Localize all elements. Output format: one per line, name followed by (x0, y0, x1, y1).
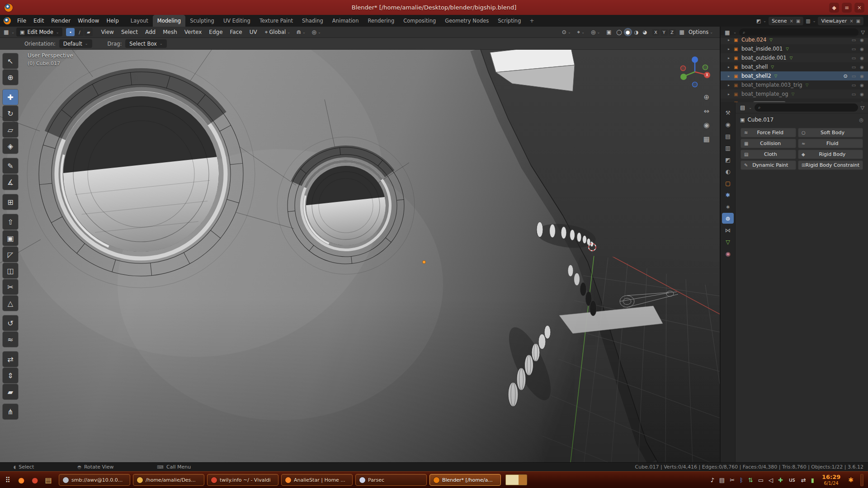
workspace-tab[interactable]: UV Editing (219, 15, 255, 27)
pin-icon[interactable]: ◎ (859, 117, 863, 123)
expand-icon[interactable]: ▸ (728, 47, 734, 51)
physics-button[interactable]: ○ Soft Body (798, 128, 863, 137)
filter-icon[interactable]: ▽ (861, 105, 864, 111)
scene-unlink-icon[interactable]: × (789, 19, 793, 23)
viewport-menu-item[interactable]: View (97, 27, 117, 38)
zoom-icon[interactable]: ⊕ (704, 93, 710, 101)
select-mode-edge[interactable]: ∕ (75, 28, 84, 36)
props-tab-world[interactable]: ◐ (722, 166, 734, 177)
tray-volume[interactable]: ◁ (769, 477, 773, 483)
taskbar-window-button[interactable]: /home/amalie/Des... (133, 474, 204, 486)
tool-spin[interactable]: ↺ (3, 315, 18, 331)
axis-y-neg-handle[interactable] (703, 65, 708, 70)
menu-item[interactable]: File (14, 15, 30, 27)
properties-editor-icon[interactable]: ▤ (739, 104, 746, 111)
props-tab-view-layer[interactable]: ▥ (722, 142, 734, 153)
disable-viewport-icon[interactable]: ▭ (852, 74, 856, 79)
physics-button[interactable]: ≈ Fluid (798, 139, 863, 148)
workspace-tab[interactable]: Texture Paint (255, 15, 297, 27)
launcher-firefox[interactable]: ● (16, 476, 26, 484)
tool-measure[interactable]: ∡ (3, 174, 18, 190)
taskbar-window-button[interactable]: Blender* [/home/a... (429, 474, 501, 486)
workspace-tab[interactable]: Sculpting (185, 15, 219, 27)
tool-loop-cut[interactable]: ◫ (3, 263, 18, 278)
disable-viewport-icon[interactable]: ▭ (852, 83, 856, 88)
outliner-editor-icon[interactable]: ▦ (724, 29, 731, 36)
mode-selector[interactable]: ▣ Edit Mode ⌄ (16, 28, 62, 37)
workspace-tab[interactable]: Layout (126, 15, 153, 27)
paw-app-icon[interactable]: ✱ (848, 476, 854, 483)
viewport-menu-item[interactable]: Select (118, 27, 142, 38)
props-tab-tool[interactable]: ⚒ (722, 107, 734, 118)
disable-render-icon[interactable]: ◉ (860, 38, 864, 42)
gizmo-dropdown[interactable]: ⌖ ⌄ (575, 29, 587, 35)
tool-rotate[interactable]: ↻ (3, 106, 18, 121)
menu-item[interactable]: Help (103, 15, 122, 27)
expand-icon[interactable]: ▸ (728, 74, 734, 78)
viewlayer-browse-icon[interactable]: ▥ (806, 18, 810, 24)
camera-view-icon[interactable]: ◉ (703, 121, 709, 129)
outliner-row[interactable]: ▸ ▣ boat_shell2 ▽ ⊙ ▭ ◉ (721, 71, 868, 80)
launcher-files[interactable]: ▤ (43, 476, 53, 484)
orientation-select[interactable]: Default ⌄ (59, 39, 92, 48)
tray-sync[interactable]: ⇅ (748, 477, 753, 483)
workspace-tab[interactable]: Shading (297, 15, 328, 27)
scene-browse-icon[interactable]: ◩ (756, 18, 761, 24)
props-tab-physics[interactable]: ⊚ (722, 213, 734, 224)
select-mode-vertex[interactable]: • (66, 28, 75, 36)
tool-annotate[interactable]: ✎ (3, 158, 18, 174)
visibility-dropdown[interactable]: ⊙ ⌄ (560, 29, 573, 35)
disable-render-icon[interactable]: ◉ (860, 92, 864, 97)
shading-solid[interactable]: ● (624, 28, 632, 36)
object-name[interactable]: boat_shell (741, 64, 768, 70)
workspace-tab[interactable]: Modeling (153, 15, 185, 27)
physics-button[interactable]: ⊞ Rigid Body Constraint (798, 160, 863, 170)
object-name[interactable]: boat_template_og (741, 91, 788, 97)
window-button-badge[interactable]: ◆ (829, 3, 839, 13)
disable-render-icon[interactable]: ◉ (860, 65, 864, 70)
viewport-canvas[interactable]: User Perspective (0) Cube.017 ↖ ⊕ (0, 50, 720, 462)
viewlayer-new-icon[interactable]: ▣ (856, 19, 860, 23)
tool-shear[interactable]: ▰ (3, 384, 18, 399)
outliner-row[interactable]: ▸ ▣ boat_template.003_trig ▽ ⊙ ▭ ◉ (721, 80, 868, 89)
props-tab-constraints[interactable]: ⋈ (722, 225, 734, 235)
viewport-menu-item[interactable]: Edge (205, 27, 226, 38)
workspace-tab[interactable]: Geometry Nodes (440, 15, 493, 27)
outliner-row[interactable]: ▸ ▣ boat_shell ▽ ⊙ ▭ ◉ (721, 62, 868, 71)
orthographic-toggle-icon[interactable]: ▦ (703, 135, 710, 143)
tray-shield[interactable]: ✚ (778, 477, 783, 483)
outliner-row[interactable]: ▸ ▣ boat_inside.001 ▽ ⊙ ▭ ◉ (721, 44, 868, 53)
props-tab-scene[interactable]: ◩ (722, 154, 734, 165)
props-tab-particles[interactable]: ∗ (722, 201, 734, 212)
options-dropdown[interactable]: Options ⌄ (686, 29, 715, 35)
window-button-menu[interactable]: ≡ (842, 3, 852, 13)
props-tab-output[interactable]: ▤ (722, 131, 734, 141)
viewlayer-unlink-icon[interactable]: × (849, 19, 853, 23)
add-workspace-button[interactable]: + (525, 15, 538, 27)
taskbar-window-button[interactable]: twily.info ~/ - Vivaldi (207, 474, 278, 486)
expand-icon[interactable]: ▸ (728, 92, 734, 96)
physics-button[interactable]: ✎ Dynamic Paint (741, 160, 796, 170)
shading-rendered[interactable]: ◕ (642, 28, 649, 36)
tool-cursor[interactable]: ⊕ (3, 70, 18, 85)
tool-bevel[interactable]: ◸ (3, 247, 18, 262)
axis-z-handle[interactable] (692, 56, 698, 63)
disable-render-icon[interactable]: ◉ (860, 83, 864, 88)
tool-move[interactable]: ✚ (3, 89, 18, 105)
axis-x-neg-handle[interactable] (681, 66, 686, 71)
props-tab-render[interactable]: ◉ (722, 119, 734, 130)
keyboard-layout-indicator[interactable]: us (788, 477, 796, 483)
tool-smooth[interactable]: ≈ (3, 332, 18, 347)
show-desktop-button[interactable] (860, 474, 863, 486)
physics-button[interactable]: ◆ Rigid Body (798, 150, 863, 159)
axis-z-neg-handle[interactable] (693, 82, 698, 87)
outliner-row[interactable]: ▸ ▣ ▽ ⊙ ▭ ◉ (721, 99, 868, 102)
viewport-menu-item[interactable]: Mesh (159, 27, 181, 38)
tray-music[interactable]: ♪ (711, 477, 714, 483)
xray-toggle[interactable]: ▣ (604, 29, 613, 35)
launcher-app-menu[interactable]: ⠿ (3, 476, 13, 484)
tool-shrink-fatten[interactable]: ⇕ (3, 368, 18, 383)
disable-render-icon[interactable]: ◉ (860, 47, 864, 52)
select-mode-face[interactable]: ▰ (84, 28, 93, 36)
menu-item[interactable]: Render (47, 15, 74, 27)
